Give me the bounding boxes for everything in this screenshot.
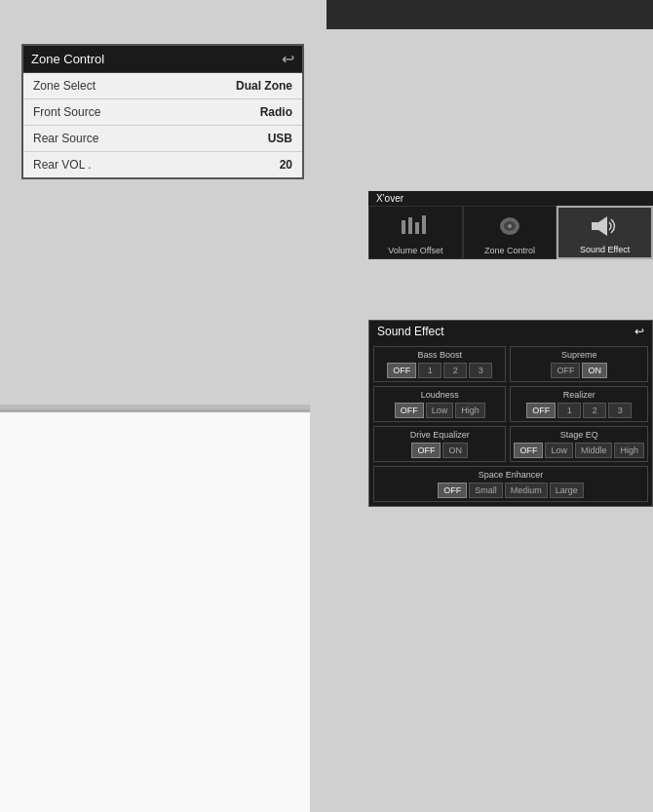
tabs-container: X'over Volume Offset Zone Control Sound … (368, 191, 653, 259)
tab-image-0 (369, 207, 462, 246)
se-section-title-2: Loudness (377, 390, 502, 400)
se-btn-2-1[interactable]: Low (426, 403, 454, 418)
zone-control-back[interactable]: ↩ (282, 50, 294, 68)
se-btn-5-0[interactable]: OFF (514, 443, 543, 458)
se-btn-5-3[interactable]: High (614, 443, 644, 458)
svg-rect-0 (402, 220, 405, 234)
se-btn-4-0[interactable]: OFF (411, 443, 441, 458)
tab-item-1[interactable]: Zone Control (463, 206, 557, 259)
se-btn-3-1[interactable]: 1 (557, 403, 581, 418)
zone-row-value: USB (268, 132, 292, 145)
se-section-title-6: Space Enhancer (377, 470, 644, 480)
se-section-title-0: Bass Boost (377, 350, 502, 360)
se-buttons-0: OFF123 (377, 363, 502, 378)
se-body: Bass Boost OFF123 Supreme OFFON Loudness… (369, 342, 652, 506)
zone-control-title: Zone Control (31, 52, 104, 66)
zone-row[interactable]: Front Source Radio (23, 99, 302, 126)
se-btn-6-1[interactable]: Small (469, 483, 503, 498)
se-buttons-2: OFFLowHigh (377, 403, 502, 418)
se-btn-6-3[interactable]: Large (550, 483, 584, 498)
se-section-6: Space Enhancer OFFSmallMediumLarge (373, 466, 648, 502)
se-section-title-5: Stage EQ (514, 430, 644, 440)
se-btn-0-1[interactable]: 1 (418, 363, 442, 378)
se-btn-1-0[interactable]: OFF (551, 363, 580, 378)
se-btn-3-3[interactable]: 3 (608, 403, 632, 418)
se-btn-4-1[interactable]: ON (442, 443, 468, 458)
zone-row[interactable]: Rear Source USB (23, 126, 302, 152)
se-btn-6-2[interactable]: Medium (505, 483, 548, 498)
zone-row[interactable]: Rear VOL . 20 (23, 152, 302, 177)
zone-row-value: 20 (280, 158, 292, 172)
svg-rect-2 (415, 222, 419, 234)
tab-image-1 (464, 207, 557, 246)
zone-row-value: Dual Zone (236, 79, 292, 93)
svg-rect-1 (408, 217, 412, 234)
top-bar (326, 0, 653, 29)
svg-point-6 (508, 224, 512, 228)
tab-image-2 (558, 208, 651, 245)
zone-row-label: Rear Source (33, 132, 98, 145)
se-btn-0-0[interactable]: OFF (387, 363, 416, 378)
zone-row-label: Front Source (33, 105, 100, 119)
se-section-5: Stage EQ OFFLowMiddleHigh (510, 426, 648, 462)
se-section-title-1: Supreme (514, 350, 644, 360)
se-section-2: Loudness OFFLowHigh (373, 386, 506, 422)
zone-control-panel: Zone Control ↩ Zone Select Dual Zone Fro… (21, 44, 304, 179)
zone-row-label: Zone Select (33, 79, 96, 93)
zone-control-header: Zone Control ↩ (23, 46, 302, 73)
se-btn-1-1[interactable]: ON (582, 363, 607, 378)
se-buttons-3: OFF123 (514, 403, 644, 418)
tab-label-1: Zone Control (484, 246, 535, 255)
svg-rect-3 (422, 215, 426, 234)
zone-row-value: Radio (260, 105, 292, 119)
se-buttons-4: OFFON (377, 443, 502, 458)
tab-label-2: Sound Effect (580, 245, 630, 254)
sound-effect-panel: Sound Effect ↩ Bass Boost OFF123 Supreme… (368, 320, 653, 507)
se-title: Sound Effect (377, 325, 444, 338)
se-btn-2-0[interactable]: OFF (395, 403, 424, 418)
se-header: Sound Effect ↩ (369, 321, 652, 342)
zone-row[interactable]: Zone Select Dual Zone (23, 73, 302, 99)
se-btn-6-0[interactable]: OFF (438, 483, 467, 498)
se-back[interactable]: ↩ (634, 325, 644, 338)
left-white-area (0, 409, 310, 812)
zone-row-label: Rear VOL . (33, 158, 92, 172)
se-buttons-1: OFFON (514, 363, 644, 378)
tab-label-0: Volume Offset (388, 246, 442, 255)
se-section-title-3: Realizer (514, 390, 644, 400)
se-section-4: Drive Equalizer OFFON (373, 426, 506, 462)
tabs-row: Volume Offset Zone Control Sound Effect (368, 206, 653, 259)
se-section-title-4: Drive Equalizer (377, 430, 502, 440)
se-btn-3-0[interactable]: OFF (526, 403, 556, 418)
xover-label: X'over (368, 191, 653, 206)
tab-item-2[interactable]: Sound Effect (557, 206, 653, 259)
se-btn-2-2[interactable]: High (455, 403, 485, 418)
se-section-3: Realizer OFF123 (510, 386, 648, 422)
se-buttons-6: OFFSmallMediumLarge (377, 483, 644, 498)
svg-marker-8 (598, 216, 607, 236)
svg-rect-7 (592, 222, 598, 230)
se-btn-5-1[interactable]: Low (545, 443, 573, 458)
se-section-1: Supreme OFFON (510, 346, 648, 382)
se-section-0: Bass Boost OFF123 (373, 346, 506, 382)
tab-item-0[interactable]: Volume Offset (368, 206, 463, 259)
se-btn-3-2[interactable]: 2 (583, 403, 606, 418)
se-buttons-5: OFFLowMiddleHigh (514, 443, 644, 458)
se-btn-0-3[interactable]: 3 (469, 363, 492, 378)
zone-control-body: Zone Select Dual Zone Front Source Radio… (23, 73, 302, 177)
se-btn-0-2[interactable]: 2 (443, 363, 467, 378)
se-btn-5-2[interactable]: Middle (575, 443, 613, 458)
